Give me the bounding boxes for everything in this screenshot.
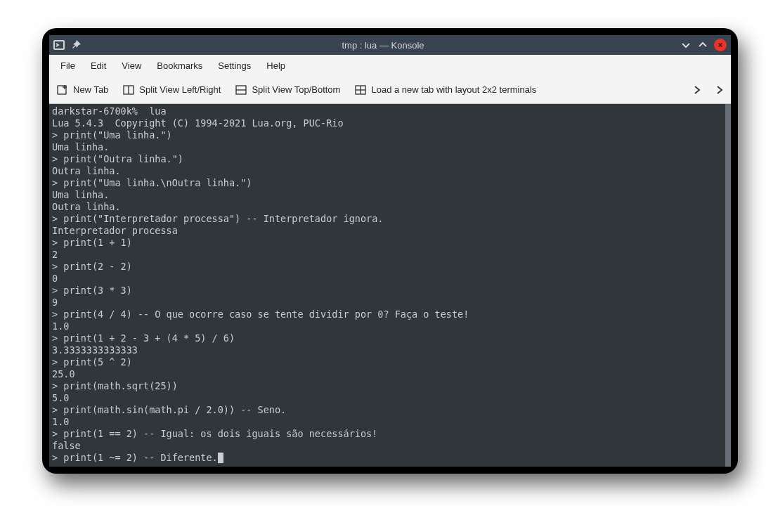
maximize-button[interactable] <box>697 39 708 51</box>
new-tab-icon <box>56 84 69 96</box>
terminal-line: Outra linha. <box>52 201 727 213</box>
terminal-line: > print(1 + 1) <box>52 237 727 249</box>
terminal-line: 1.0 <box>52 416 727 428</box>
terminal-line: > print(1 + 2 - 3 + (4 * 5) / 6) <box>52 332 727 344</box>
terminal-line: > print("Outra linha.") <box>52 153 727 165</box>
menubar: File Edit View Bookmarks Settings Help <box>49 55 731 76</box>
terminal-line: > print("Interpretador processa") -- Int… <box>52 213 727 225</box>
terminal-line: > print(4 / 4) -- O que ocorre caso se t… <box>52 309 727 320</box>
toolbar-chevron-right-1[interactable] <box>692 84 703 96</box>
titlebar[interactable]: tmp : lua — Konsole <box>49 35 731 55</box>
menu-view[interactable]: View <box>115 58 148 74</box>
terminal-line: 2 <box>52 249 727 261</box>
terminal-line: 9 <box>52 297 727 309</box>
close-button[interactable] <box>714 39 727 51</box>
menu-bookmarks[interactable]: Bookmarks <box>150 58 209 74</box>
terminal-line: Outra linha. <box>52 165 727 177</box>
terminal-line: > print(3 * 3) <box>52 285 727 297</box>
terminal-line: > print("Uma linha.") <box>52 129 727 141</box>
layout-2x2-label: Load a new tab with layout 2x2 terminals <box>371 84 536 95</box>
terminal-line: > print(5 ^ 2) <box>52 356 727 368</box>
terminal-line: > print(math.sqrt(25)) <box>52 380 727 392</box>
terminal-line: Interpretador processa <box>52 225 727 237</box>
terminal-line: > print(2 - 2) <box>52 261 727 273</box>
scrollbar[interactable] <box>725 104 731 467</box>
window-frame: tmp : lua — Konsole File Edit View Bookm… <box>42 28 738 474</box>
terminal-line: > print(1 ~= 2) -- Diferente. <box>52 452 727 464</box>
terminal-line: 0 <box>52 273 727 285</box>
split-top-bottom-button[interactable]: Split View Top/Bottom <box>233 81 342 99</box>
new-tab-button[interactable]: New Tab <box>55 81 110 99</box>
terminal-line: 1.0 <box>52 320 727 332</box>
terminal-prompt-icon <box>53 39 65 51</box>
minimize-button[interactable] <box>680 39 692 51</box>
split-tb-label: Split View Top/Bottom <box>252 84 340 95</box>
terminal-line: 25.0 <box>52 368 727 380</box>
terminal-line: > print(math.sin(math.pi / 2.0)) -- Seno… <box>52 404 727 416</box>
terminal-line: Uma linha. <box>52 141 727 153</box>
menu-settings[interactable]: Settings <box>211 58 258 74</box>
pin-icon[interactable] <box>70 39 82 51</box>
terminal-line: 5.0 <box>52 392 727 404</box>
toolbar-chevron-right-2[interactable] <box>714 84 725 96</box>
terminal-line: 3.3333333333333 <box>52 344 727 356</box>
menu-file[interactable]: File <box>53 58 82 74</box>
terminal-line: false <box>52 440 727 452</box>
terminal-line: > print("Uma linha.\nOutra linha.") <box>52 177 727 189</box>
split-lr-label: Split View Left/Right <box>139 84 221 95</box>
layout-2x2-button[interactable]: Load a new tab with layout 2x2 terminals <box>353 81 538 99</box>
terminal-viewport[interactable]: darkstar-6700k% luaLua 5.4.3 Copyright (… <box>49 104 731 467</box>
terminal-line: > print(1 == 2) -- Igual: os dois iguais… <box>52 428 727 440</box>
split-lr-icon <box>122 84 135 96</box>
cursor <box>218 453 223 463</box>
menu-edit[interactable]: Edit <box>84 58 113 74</box>
terminal-content: darkstar-6700k% luaLua 5.4.3 Copyright (… <box>52 105 727 464</box>
new-tab-label: New Tab <box>73 84 108 95</box>
grid-2x2-icon <box>354 84 367 96</box>
terminal-line: Uma linha. <box>52 189 727 201</box>
toolbar: New Tab Split View Left/Right Split View… <box>49 76 731 104</box>
konsole-window: tmp : lua — Konsole File Edit View Bookm… <box>49 35 731 467</box>
window-title: tmp : lua — Konsole <box>96 40 670 51</box>
split-tb-icon <box>235 84 247 96</box>
split-left-right-button[interactable]: Split View Left/Right <box>121 81 222 99</box>
terminal-line: darkstar-6700k% lua <box>52 105 727 117</box>
menu-help[interactable]: Help <box>259 58 292 74</box>
scrollbar-thumb[interactable] <box>725 104 731 467</box>
terminal-line: Lua 5.4.3 Copyright (C) 1994-2021 Lua.or… <box>52 117 727 129</box>
